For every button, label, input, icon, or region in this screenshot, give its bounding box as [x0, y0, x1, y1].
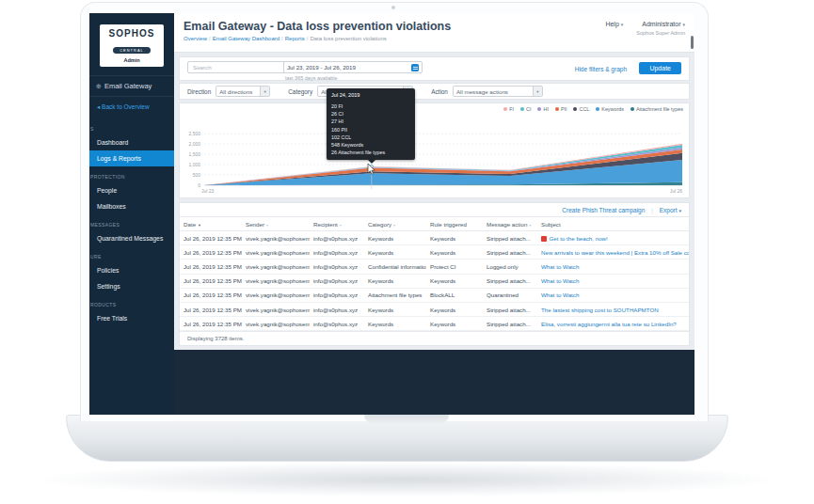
sender-cell: vivek.yagnik@sophosem...	[242, 302, 310, 316]
column-header-sender[interactable]: Sender▾	[242, 217, 310, 231]
tooltip-line: 26 CI	[331, 110, 410, 118]
laptop-hinge-notch	[364, 415, 449, 424]
subject-link[interactable]: What to Watch	[541, 263, 579, 270]
page-bottom-dark-area	[174, 350, 694, 415]
column-header-message-action[interactable]: Message action▾	[483, 217, 537, 231]
recipient-cell: info@s0phos.xyz	[310, 288, 364, 302]
export-button[interactable]: Export▾	[660, 207, 681, 213]
vertical-scrollbar[interactable]	[691, 36, 694, 49]
breadcrumb-overview[interactable]: Overview	[184, 36, 207, 41]
sidebar-section-label: PROTECTION	[89, 166, 174, 182]
date-range-value: Jul 23, 2019 - Jul 26, 2019	[287, 64, 356, 71]
sort-caret-icon: ▾	[393, 223, 395, 228]
chevron-down-icon: ▾	[621, 22, 624, 27]
sidebar-product[interactable]: ⊕Email Gateway	[89, 75, 174, 97]
rule-cell: Keywords	[426, 302, 483, 316]
tooltip-line: 548 Keywords	[331, 141, 410, 149]
subject-link[interactable]: The lastest shipping cost to SOUTHAPMTON	[541, 307, 659, 313]
category-cell: Attachment file types	[364, 288, 426, 302]
back-label: Back to Overview	[102, 103, 150, 110]
sidebar-item-quarantined-messages[interactable]: Quarantined Messages	[89, 230, 174, 246]
email-gateway-icon: ⊕	[96, 83, 102, 89]
breadcrumb-dashboard[interactable]: Email Gateway Dashboard	[213, 36, 279, 41]
account-menu[interactable]: Administrator▾	[642, 21, 685, 27]
subject-link[interactable]: What to Watch	[541, 277, 579, 284]
recipient-cell: info@s0phos.xyz	[310, 302, 364, 316]
subject-link[interactable]: New arrivals to wear this weekend | Extr…	[541, 249, 689, 256]
breadcrumb-separator: /	[281, 36, 283, 41]
sidebar-item-free-trials[interactable]: Free Trials	[89, 310, 174, 326]
category-cell: Keywords	[364, 231, 426, 245]
legend-item-hi[interactable]: HI	[537, 106, 548, 112]
hide-filters-link[interactable]: Hide filters & graph	[575, 66, 627, 72]
sender-cell: vivek.yagnik@sophosem...	[242, 274, 310, 288]
sort-desc-icon: ▼	[198, 223, 201, 228]
table-row[interactable]: Jul 26, 2019 12:35 PMvivek.yagnik@sophos…	[180, 274, 689, 288]
recipient-cell: info@s0phos.xyz	[310, 231, 364, 245]
legend-item-keywords[interactable]: Keywords	[596, 106, 624, 112]
sidebar-item-people[interactable]: People	[89, 182, 174, 198]
date-hint: last 365 days available	[283, 75, 423, 81]
table-row[interactable]: Jul 26, 2019 12:35 PMvivek.yagnik@sophos…	[180, 245, 689, 260]
recipient-cell: info@s0phos.xyz	[310, 274, 364, 288]
sidebar-item-logs-reports[interactable]: Logs & Reports	[89, 150, 174, 166]
chart-legend: FICIHIPIICCLKeywordsAttachment file type…	[503, 106, 683, 112]
legend-item-attachment-file-types[interactable]: Attachment file types	[630, 106, 683, 112]
table-row[interactable]: Jul 26, 2019 12:35 PMvivek.yagnik@sophos…	[180, 288, 689, 302]
column-header-category[interactable]: Category▾	[364, 217, 426, 231]
update-button[interactable]: Update	[639, 62, 681, 74]
area-chart: 05001,0001,5002,0002,500Jul 23Jul 26	[184, 115, 687, 196]
logo-role: Admin	[102, 57, 162, 63]
subject-cell: What to Watch	[537, 260, 689, 274]
category-cell: Keywords	[364, 274, 426, 288]
column-header-date[interactable]: Date▼	[180, 217, 242, 231]
filter-row: Direction All directions▾ Category All c…	[179, 83, 690, 100]
table-row[interactable]: Jul 26, 2019 12:35 PMvivek.yagnik@sophos…	[180, 260, 689, 274]
sidebar-item-policies[interactable]: Policies	[89, 262, 174, 278]
breadcrumb-reports[interactable]: Reports	[285, 36, 305, 41]
create-phish-campaign-link[interactable]: Create Phish Threat campaign	[562, 207, 645, 213]
column-header-rule-triggered[interactable]: Rule triggered	[426, 217, 483, 231]
sender-cell: vivek.yagnik@sophosem...	[242, 288, 310, 302]
legend-item-fi[interactable]: FI	[503, 106, 514, 112]
red-flag-icon	[541, 236, 547, 242]
date-cell: Jul 26, 2019 12:35 PM	[180, 302, 242, 316]
filter-panel: Jul 23, 2019 - Jul 26, 2019 last 365 day…	[179, 56, 690, 81]
column-header-recipient[interactable]: Recipient▾	[310, 217, 364, 231]
action-cell: Logged only	[483, 260, 537, 274]
column-header-subject[interactable]: Subject	[537, 217, 689, 231]
date-cell: Jul 26, 2019 12:35 PM	[180, 274, 242, 288]
category-cell: Keywords	[364, 302, 426, 316]
breadcrumb-separator: /	[209, 36, 211, 41]
sidebar-item-settings[interactable]: Settings	[89, 278, 174, 294]
date-cell: Jul 26, 2019 12:35 PM	[180, 317, 242, 331]
help-menu[interactable]: Help▾	[605, 21, 623, 27]
date-range-input[interactable]: Jul 23, 2019 - Jul 26, 2019	[283, 61, 423, 73]
subject-link[interactable]: Elisa, vorresti aggiungermi alla tua ret…	[541, 321, 677, 327]
table-row[interactable]: Jul 26, 2019 12:35 PMvivek.yagnik@sophos…	[180, 231, 689, 245]
recipient-cell: info@s0phos.xyz	[310, 260, 364, 274]
category-cell: Keywords	[364, 245, 426, 260]
sidebar-item-dashboard[interactable]: Dashboard	[89, 134, 174, 150]
divider: |	[651, 207, 653, 213]
svg-text:1,500: 1,500	[188, 151, 200, 157]
calendar-icon[interactable]	[411, 64, 419, 71]
direction-select[interactable]: All directions▾	[215, 86, 270, 97]
legend-item-pii[interactable]: PII	[555, 106, 567, 112]
legend-item-ccl[interactable]: CCL	[573, 106, 589, 112]
subject-link[interactable]: Get to the beach, now!	[550, 235, 608, 242]
rule-cell: Keywords	[426, 231, 483, 245]
back-to-overview-link[interactable]: ◂ Back to Overview	[89, 97, 174, 118]
subject-cell: The lastest shipping cost to SOUTHAPMTON	[537, 302, 689, 316]
legend-item-ci[interactable]: CI	[520, 106, 531, 112]
sidebar-item-mailboxes[interactable]: Mailboxes	[89, 198, 174, 214]
table-row[interactable]: Jul 26, 2019 12:35 PMvivek.yagnik@sophos…	[180, 302, 689, 316]
laptop-screen: SOPHOS CENTRAL Admin ⊕Email Gateway ◂ Ba…	[89, 13, 694, 415]
tooltip-line: 102 CCL	[331, 134, 410, 141]
action-select[interactable]: All message actions▾	[453, 86, 543, 97]
svg-text:2,500: 2,500	[188, 131, 200, 136]
table-row[interactable]: Jul 26, 2019 12:35 PMvivek.yagnik@sophos…	[180, 317, 689, 331]
tooltip-line: 26 Attachment file types	[331, 149, 410, 156]
legend-dot-icon	[596, 107, 599, 111]
subject-link[interactable]: What to Watch	[541, 291, 579, 298]
